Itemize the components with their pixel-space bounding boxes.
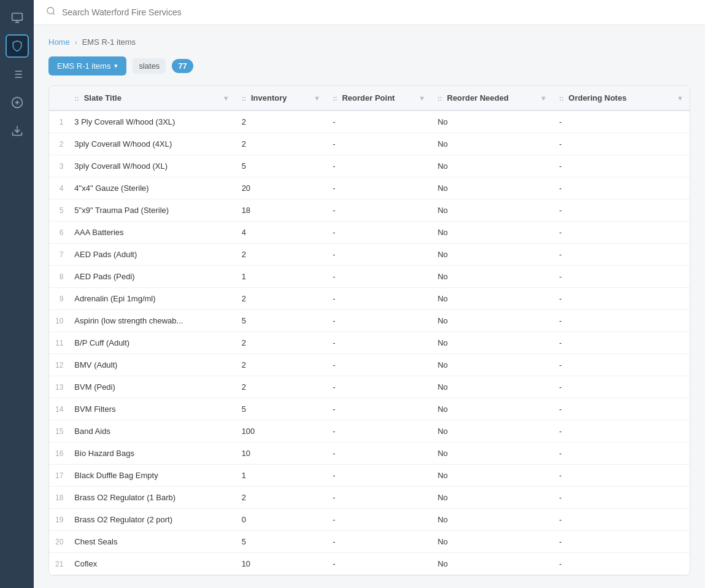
row-reorder-point: - [326,177,431,199]
row-number: 18 [49,487,68,509]
svg-rect-0 [12,14,22,21]
col-dots-notes: :: [559,95,563,102]
row-reorder-needed: No [431,420,553,443]
table-row[interactable]: 4 4"x4" Gauze (Sterile) 20 - No - [49,177,690,199]
row-number: 2 [49,133,68,155]
table-row[interactable]: 7 AED Pads (Adult) 2 - No - [49,244,690,266]
table-row[interactable]: 18 Brass O2 Regulator (1 Barb) 2 - No - [49,487,690,509]
row-notes: - [553,310,690,332]
row-inventory: 20 [236,177,327,199]
slate-filter-button[interactable]: EMS R-1 items ▾ [48,56,126,75]
row-title: BVM Filters [68,398,235,420]
table-row[interactable]: 6 AAA Batteries 4 - No - [49,222,690,244]
row-notes: - [553,199,690,222]
row-notes: - [553,443,690,465]
row-notes: - [553,553,690,575]
table-row[interactable]: 1 3 Ply Coverall W/hood (3XL) 2 - No - [49,110,690,133]
row-reorder-needed: No [431,354,553,376]
row-inventory: 2 [236,288,327,310]
table-row[interactable]: 2 3ply Coverall W/hood (4XL) 2 - No - [49,133,690,155]
row-number: 7 [49,244,68,266]
col-num [49,86,68,110]
row-title: Brass O2 Regulator (2 port) [68,509,235,531]
table-row[interactable]: 16 Bio Hazard Bags 10 - No - [49,443,690,465]
table-row[interactable]: 10 Aspirin (low strength chewab... 5 - N… [49,310,690,332]
row-inventory: 5 [236,155,327,177]
row-reorder-needed: No [431,332,553,354]
row-inventory: 2 [236,133,327,155]
svg-point-13 [47,7,54,14]
filter-icon-inventory[interactable]: ▼ [314,95,320,102]
row-reorder-needed: No [431,266,553,288]
table-row[interactable]: 15 Band Aids 100 - No - [49,420,690,443]
row-reorder-point: - [326,266,431,288]
row-title: B/P Cuff (Adult) [68,332,235,354]
chevron-down-icon: ▾ [114,62,118,70]
table-header: :: Slate Title ▼ :: Inventory ▼ [49,86,690,110]
row-notes: - [553,332,690,354]
row-number: 15 [49,420,68,443]
col-reorder-label: Reorder Point [342,93,395,103]
content-area: Home › EMS R-1 items EMS R-1 items ▾ sla… [34,25,705,588]
row-reorder-needed: No [431,509,553,531]
row-number: 20 [49,531,68,553]
filter-icon-title[interactable]: ▼ [223,95,229,102]
table-row[interactable]: 21 Coflex 10 - No - [49,553,690,575]
list-icon[interactable] [6,63,29,86]
row-inventory: 4 [236,222,327,244]
table-row[interactable]: 9 Adrenalin (Epi 1mg/ml) 2 - No - [49,288,690,310]
row-number: 21 [49,553,68,575]
row-number: 10 [49,310,68,332]
row-reorder-needed: No [431,443,553,465]
shield-icon[interactable] [6,34,29,58]
row-notes: - [553,222,690,244]
table-row[interactable]: 8 AED Pads (Pedi) 1 - No - [49,266,690,288]
row-reorder-point: - [326,465,431,487]
row-number: 17 [49,465,68,487]
row-number: 19 [49,509,68,531]
row-number: 9 [49,288,68,310]
inventory-table: :: Slate Title ▼ :: Inventory ▼ [49,86,690,575]
row-inventory: 1 [236,465,327,487]
search-input[interactable] [62,7,693,17]
filter-icon-reorder-needed[interactable]: ▼ [540,95,547,102]
row-number: 13 [49,376,68,398]
table-row[interactable]: 14 BVM Filters 5 - No - [49,398,690,420]
table-row[interactable]: 3 3ply Coverall W/hood (XL) 5 - No - [49,155,690,177]
layers-icon[interactable] [6,6,29,29]
table-row[interactable]: 5 5"x9" Trauma Pad (Sterile) 18 - No - [49,199,690,222]
filter-icon-notes[interactable]: ▼ [677,95,684,102]
row-reorder-point: - [326,376,431,398]
row-reorder-needed: No [431,465,553,487]
col-reorder-point: :: Reorder Point ▼ [326,86,431,110]
row-inventory: 2 [236,244,327,266]
row-reorder-point: - [326,531,431,553]
download-icon[interactable] [6,119,29,142]
inventory-table-wrap: :: Slate Title ▼ :: Inventory ▼ [48,85,690,576]
row-reorder-needed: No [431,376,553,398]
table-row[interactable]: 11 B/P Cuff (Adult) 2 - No - [49,332,690,354]
row-reorder-point: - [326,199,431,222]
row-reorder-point: - [326,443,431,465]
table-row[interactable]: 12 BMV (Adult) 2 - No - [49,354,690,376]
row-reorder-point: - [326,222,431,244]
filter-icon-reorder[interactable]: ▼ [418,95,425,102]
row-reorder-needed: No [431,199,553,222]
table-row[interactable]: 19 Brass O2 Regulator (2 port) 0 - No - [49,509,690,531]
svg-line-14 [53,13,55,15]
table-row[interactable]: 13 BVM (Pedi) 2 - No - [49,376,690,398]
col-dots-title: :: [74,95,79,102]
topbar [34,0,705,25]
row-reorder-needed: No [431,244,553,266]
row-notes: - [553,244,690,266]
add-icon[interactable] [6,91,29,114]
row-reorder-needed: No [431,110,553,133]
row-title: Brass O2 Regulator (1 Barb) [68,487,235,509]
row-number: 11 [49,332,68,354]
count-badge: 77 [172,59,193,73]
breadcrumb-home[interactable]: Home [48,37,70,47]
row-inventory: 18 [236,199,327,222]
table-row[interactable]: 20 Chest Seals 5 - No - [49,531,690,553]
table-row[interactable]: 17 Black Duffle Bag Empty 1 - No - [49,465,690,487]
row-title: Chest Seals [68,531,235,553]
